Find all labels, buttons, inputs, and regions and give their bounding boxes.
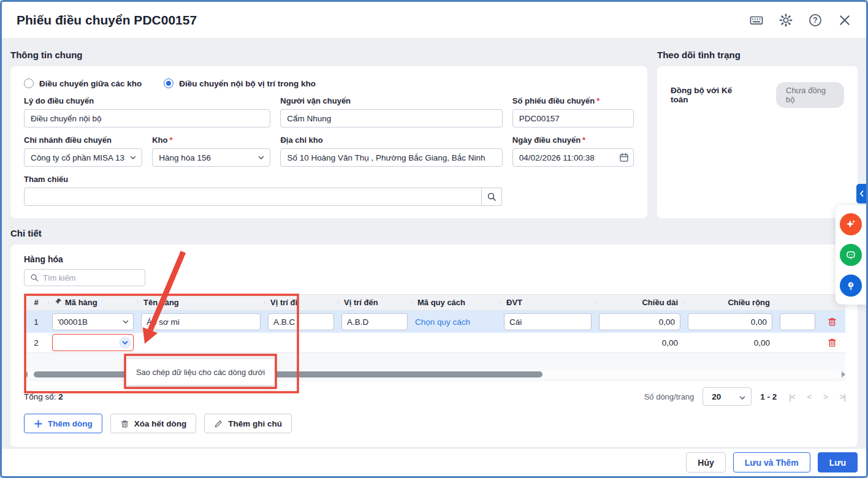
spec-cell: Chọn quy cách <box>411 317 500 327</box>
warehouse-address-input[interactable] <box>280 148 502 167</box>
ai-assistant-icon[interactable] <box>840 213 862 235</box>
close-icon[interactable] <box>838 13 851 27</box>
warehouse-select[interactable]: Hàng hóa 156 <box>152 148 270 167</box>
field-branch: Chi nhánh điều chuyển Công ty cổ phần MI… <box>24 135 142 167</box>
table-footer: Tổng số: 2 Số dòng/trang 20 1 - 2 |< < >… <box>24 387 845 406</box>
choose-spec-link[interactable]: Chọn quy cách <box>415 317 470 327</box>
scroll-right-arrow[interactable] <box>842 371 845 377</box>
general-info-card: Điều chuyển giữa các kho Điều chuyển nội… <box>10 66 647 218</box>
col-header-width[interactable]: Chiều rộng <box>684 298 776 307</box>
tips-lightbulb-icon[interactable] <box>840 275 862 297</box>
clear-rows-label: Xóa hết dòng <box>134 419 187 428</box>
cancel-button[interactable]: Hủy <box>686 452 725 472</box>
settings-gear-icon[interactable] <box>779 13 793 27</box>
detail-section-title: Chi tiết <box>10 228 858 238</box>
required-mark: * <box>169 135 172 145</box>
warehouse-address-label: Địa chỉ kho <box>280 135 502 145</box>
pin-icon <box>55 298 62 307</box>
col-header-index[interactable]: # <box>24 298 48 307</box>
required-mark: * <box>596 96 600 105</box>
length-cell: 0,00 <box>595 338 684 347</box>
transfer-date-input[interactable] <box>512 148 634 167</box>
radio-circle-unchecked[interactable] <box>24 78 34 88</box>
field-transfer-date: Ngày điều chuyển* <box>512 135 634 167</box>
sync-status-badge: Chưa đồng bộ <box>776 82 844 108</box>
goods-search-box[interactable]: Tìm kiếm <box>24 269 145 286</box>
title-bar: Phiếu điều chuyển PDC00157 <box>2 2 866 39</box>
help-icon[interactable]: ? <box>809 13 822 27</box>
prev-page-icon[interactable]: < <box>807 392 812 401</box>
col-header-spec[interactable]: Mã quy cách <box>411 298 500 307</box>
clear-rows-button[interactable]: Xóa hết dòng <box>110 414 197 433</box>
status-column: Theo dõi tình trạng Đồng bộ với Kế toán … <box>657 45 858 218</box>
collapse-panel-tab[interactable] <box>856 184 866 203</box>
item-code-cell <box>48 334 137 351</box>
delete-row-icon[interactable] <box>827 337 837 348</box>
from-location-input[interactable] <box>268 313 334 330</box>
extra-cell <box>776 313 819 330</box>
unit-input[interactable] <box>504 313 592 330</box>
radio-label: Điều chuyển nội bộ vị trí trong kho <box>179 79 316 88</box>
warehouse-label: Kho* <box>152 135 270 145</box>
col-header-item-name[interactable]: Tên hàng <box>137 298 264 307</box>
extra-input[interactable] <box>780 313 815 330</box>
save-and-add-button[interactable]: Lưu và Thêm <box>733 452 810 472</box>
rows-per-page-select[interactable]: 20 <box>702 387 752 406</box>
top-row: Thông tin chung Điều chuyển giữa các kho… <box>10 45 858 218</box>
col-header-item-code[interactable]: Mã hàng <box>48 298 137 307</box>
calendar-icon[interactable] <box>619 153 629 162</box>
branch-select[interactable]: Công ty cổ phần MISA 13 <box>24 148 142 167</box>
next-page-icon[interactable]: > <box>823 392 828 401</box>
width-input[interactable] <box>688 313 772 330</box>
delete-row-icon[interactable] <box>827 316 837 327</box>
item-code-select-empty[interactable] <box>52 334 134 351</box>
transfer-date-label: Ngày điều chuyển* <box>512 135 634 145</box>
reason-input[interactable] <box>24 109 270 127</box>
scrollbar-thumb[interactable] <box>34 371 542 377</box>
item-code-select[interactable]: '00001B <box>52 313 134 330</box>
scroll-left-arrow[interactable] <box>24 371 28 377</box>
radio-transfer-between-warehouses[interactable]: Điều chuyển giữa các kho <box>24 78 142 88</box>
radio-circle-checked[interactable] <box>164 78 173 88</box>
copy-down-chevron-icon[interactable] <box>119 336 131 349</box>
table-header-row: # Mã hàng Tên hàng Vị trí đi Vị trí đến … <box>24 294 845 311</box>
pagination-nav: |< < > >| <box>789 392 845 401</box>
transporter-input[interactable] <box>280 109 503 127</box>
col-header-to-location[interactable]: Vị trí đến <box>338 298 411 307</box>
page-title: Phiếu điều chuyển PDC00157 <box>17 13 197 28</box>
to-location-input[interactable] <box>341 313 408 330</box>
length-input[interactable] <box>599 313 680 330</box>
general-section-title: Thông tin chung <box>10 50 647 60</box>
col-header-from-location[interactable]: Vị trí đi <box>264 298 338 307</box>
to-location-cell <box>338 313 411 330</box>
required-mark: * <box>582 135 585 145</box>
doc-no-input[interactable] <box>512 109 634 127</box>
col-header-length[interactable]: Chiều dài <box>595 298 684 307</box>
first-page-icon[interactable]: |< <box>789 392 794 401</box>
field-reason: Lý do điều chuyển <box>24 96 270 127</box>
last-page-icon[interactable]: >| <box>840 392 845 401</box>
search-placeholder: Tìm kiếm <box>43 273 75 283</box>
status-section-title: Theo dõi tình trạng <box>657 50 858 60</box>
content-area: Thông tin chung Điều chuyển giữa các kho… <box>2 39 866 448</box>
keyboard-shortcuts-icon[interactable] <box>750 13 763 27</box>
save-button[interactable]: Lưu <box>818 452 858 472</box>
plus-icon <box>34 419 43 428</box>
reference-input[interactable] <box>24 188 482 206</box>
unit-cell <box>500 313 595 330</box>
add-note-button[interactable]: Thêm ghi chú <box>204 414 292 433</box>
radio-label: Điều chuyển giữa các kho <box>39 79 142 88</box>
reference-group <box>24 188 502 206</box>
page-range: 1 - 2 <box>760 392 777 401</box>
row-actions-cell <box>819 316 845 327</box>
item-name-input[interactable] <box>141 313 261 330</box>
chevron-down-icon <box>257 154 265 161</box>
reference-search-button[interactable] <box>482 188 502 206</box>
chat-support-icon[interactable] <box>840 244 862 266</box>
status-card: Đồng bộ với Kế toán Chưa đồng bộ <box>657 66 858 218</box>
total-value: 2 <box>58 392 63 401</box>
radio-transfer-internal-location[interactable]: Điều chuyển nội bộ vị trí trong kho <box>164 78 316 88</box>
field-warehouse-address: Địa chỉ kho <box>280 135 502 167</box>
add-row-button[interactable]: Thêm dòng <box>24 414 102 433</box>
col-header-unit[interactable]: ĐVT <box>500 298 595 307</box>
